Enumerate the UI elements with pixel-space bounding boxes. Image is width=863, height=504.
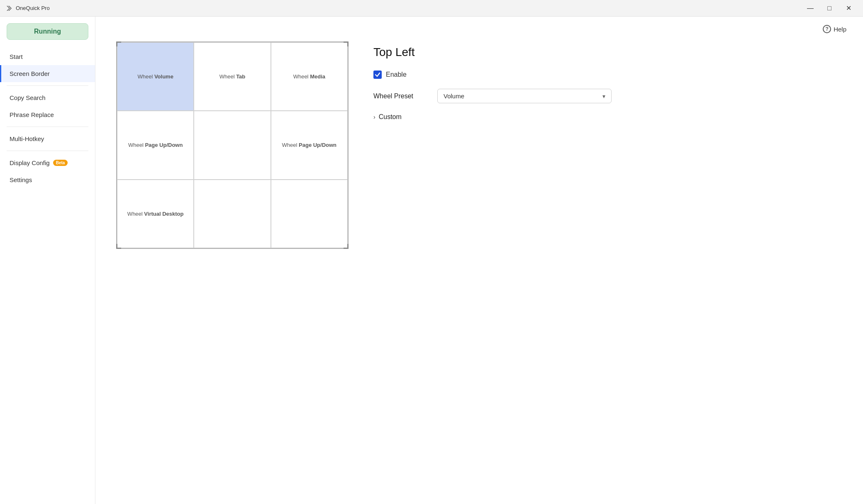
corner-br (344, 244, 349, 249)
enable-checkbox[interactable] (373, 71, 382, 79)
app-body: Running Start Screen Border Copy Search … (0, 17, 863, 504)
title-bar: OneQuick Pro — □ ✕ (0, 0, 863, 17)
sidebar-item-label-copy-search: Copy Search (10, 94, 46, 101)
sidebar-item-copy-search[interactable]: Copy Search (0, 89, 95, 106)
app-icon (5, 5, 12, 12)
custom-expander[interactable]: › Custom (373, 113, 842, 121)
cell-top-right[interactable]: Wheel Media (271, 42, 348, 111)
detail-title: Top Left (373, 46, 842, 59)
corner-bl (116, 244, 121, 249)
preset-label: Wheel Preset (373, 93, 427, 100)
help-button[interactable]: ? Help (823, 25, 846, 33)
cell-top-left-text: Wheel Volume (137, 73, 173, 80)
sidebar-item-start[interactable]: Start (0, 48, 95, 65)
cell-middle-right[interactable]: Wheel Page Up/Down (271, 111, 348, 179)
cell-middle-left-text: Wheel Page Up/Down (128, 142, 183, 148)
sidebar-item-display-config[interactable]: Display Config Beta (0, 154, 95, 171)
nav-divider-3 (7, 151, 88, 151)
cell-middle-left[interactable]: Wheel Page Up/Down (117, 111, 194, 179)
sidebar-item-screen-border[interactable]: Screen Border (0, 65, 95, 82)
cell-middle-right-text: Wheel Page Up/Down (282, 142, 336, 148)
nav-divider-2 (7, 127, 88, 127)
preset-dropdown[interactable]: Volume ▾ (437, 89, 612, 103)
preset-value: Volume (444, 93, 464, 100)
cell-top-center[interactable]: Wheel Tab (194, 42, 271, 111)
cell-bottom-left-text: Wheel Virtual Desktop (127, 211, 184, 217)
content-area: ? Help Wheel Volume Wheel Tab (95, 17, 863, 504)
beta-badge: Beta (53, 160, 68, 166)
corner-tr (344, 41, 349, 46)
help-label: Help (834, 26, 846, 33)
chevron-right-icon: › (373, 114, 375, 120)
sidebar-item-label-phrase-replace: Phrase Replace (10, 111, 54, 118)
custom-label: Custom (379, 113, 402, 121)
window-controls: — □ ✕ (801, 0, 858, 17)
detail-panel: Top Left Enable Wheel Preset Volume (373, 41, 842, 121)
minimize-button[interactable]: — (801, 0, 820, 17)
cell-bottom-left[interactable]: Wheel Virtual Desktop (117, 180, 194, 248)
grid-area: Wheel Volume Wheel Tab Wheel Media Wheel… (116, 41, 842, 249)
cell-bottom-right[interactable] (271, 180, 348, 248)
cell-top-left[interactable]: Wheel Volume (117, 42, 194, 111)
sidebar: Running Start Screen Border Copy Search … (0, 17, 95, 504)
sidebar-item-label-settings: Settings (10, 176, 32, 183)
preset-row: Wheel Preset Volume ▾ (373, 89, 842, 103)
cell-top-right-text: Wheel Media (293, 73, 325, 80)
sidebar-item-multi-hotkey[interactable]: Multi-Hotkey (0, 130, 95, 147)
sidebar-item-settings[interactable]: Settings (0, 171, 95, 188)
corner-tl (116, 41, 121, 46)
maximize-button[interactable]: □ (820, 0, 839, 17)
enable-row: Enable (373, 71, 842, 79)
sidebar-item-label-display-config: Display Config (10, 159, 50, 166)
cell-bottom-center[interactable] (194, 180, 271, 248)
cell-top-center-text: Wheel Tab (219, 73, 246, 80)
cell-middle-center[interactable] (194, 111, 271, 179)
enable-label: Enable (386, 71, 407, 78)
close-button[interactable]: ✕ (839, 0, 858, 17)
sidebar-item-label-multi-hotkey: Multi-Hotkey (10, 135, 44, 142)
running-badge: Running (7, 23, 88, 40)
help-icon: ? (823, 25, 831, 33)
dropdown-arrow-icon: ▾ (602, 93, 605, 100)
app-title: OneQuick Pro (16, 5, 801, 11)
sidebar-item-phrase-replace[interactable]: Phrase Replace (0, 106, 95, 123)
sidebar-item-label-screen-border: Screen Border (10, 70, 50, 77)
screen-border-grid: Wheel Volume Wheel Tab Wheel Media Wheel… (116, 41, 349, 249)
nav-divider-1 (7, 85, 88, 86)
sidebar-item-label-start: Start (10, 53, 23, 60)
